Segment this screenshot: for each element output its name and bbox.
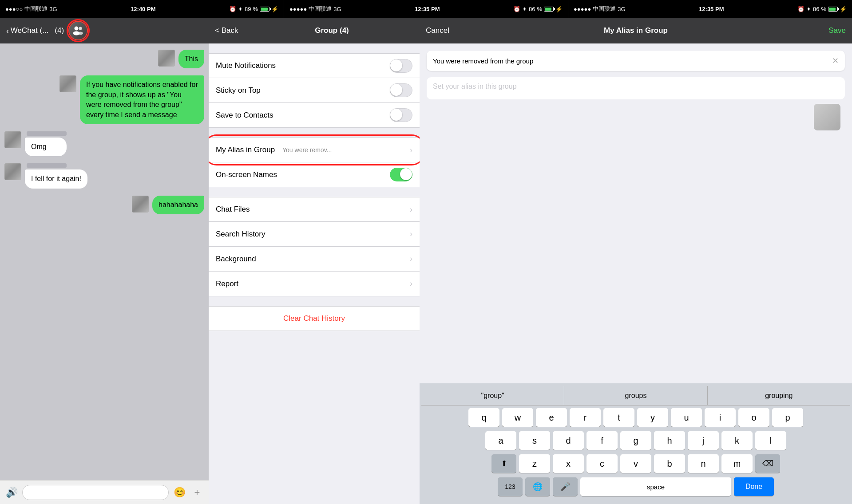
key-p[interactable]: p bbox=[772, 408, 803, 427]
charging-icon-1: ⚡ bbox=[271, 6, 278, 12]
key-z[interactable]: z bbox=[519, 454, 550, 473]
key-row-2: a s d f g h j k l bbox=[423, 431, 848, 450]
key-h[interactable]: h bbox=[654, 431, 685, 450]
key-u[interactable]: u bbox=[671, 408, 702, 427]
battery-icon-2 bbox=[544, 7, 554, 12]
alias-notification: You were removed from the group ✕ bbox=[427, 51, 845, 71]
key-d[interactable]: d bbox=[553, 431, 584, 450]
search-history-label: Search History bbox=[216, 230, 407, 239]
group-icon-button[interactable] bbox=[68, 21, 88, 40]
onscreen-names-toggle[interactable] bbox=[390, 168, 412, 181]
alias-value: You were remov... bbox=[282, 146, 407, 154]
key-l[interactable]: l bbox=[755, 431, 786, 450]
voice-button[interactable]: 🔊 bbox=[4, 485, 19, 500]
microphone-key[interactable]: 🎤 bbox=[553, 477, 578, 496]
key-j[interactable]: j bbox=[688, 431, 719, 450]
group-people-icon bbox=[72, 25, 84, 36]
settings-nav-search-history[interactable]: Search History › bbox=[209, 222, 420, 247]
alias-cancel-button[interactable]: Cancel bbox=[426, 26, 461, 35]
sticky-on-top-toggle[interactable] bbox=[390, 83, 412, 97]
done-key[interactable]: Done bbox=[734, 477, 774, 496]
space-key[interactable]: space bbox=[580, 477, 731, 496]
emoji-button[interactable]: 😊 bbox=[172, 485, 186, 500]
key-g[interactable]: g bbox=[620, 431, 651, 450]
chat-files-label: Chat Files bbox=[216, 205, 407, 214]
settings-row-mute: Mute Notifications bbox=[209, 53, 420, 78]
alias-avatar-area bbox=[427, 99, 845, 376]
message-row-4: I fell for it again! bbox=[4, 163, 204, 188]
chat-header: ‹ WeChat (... (4) bbox=[0, 18, 209, 43]
numbers-key[interactable]: 123 bbox=[498, 477, 523, 496]
key-r[interactable]: r bbox=[570, 408, 601, 427]
msg-avatar-blur-3 bbox=[4, 131, 21, 148]
key-a[interactable]: a bbox=[485, 431, 516, 450]
key-x[interactable]: x bbox=[553, 454, 584, 473]
msg-col-2: If you have notifications enabled for th… bbox=[80, 75, 204, 124]
alias-save-button[interactable]: Save bbox=[810, 26, 846, 35]
status-right-2: ⏰ ✦ 86 % ⚡ bbox=[513, 6, 563, 12]
suggestion-2[interactable]: grouping bbox=[708, 386, 850, 405]
svg-point-3 bbox=[78, 32, 83, 35]
key-n[interactable]: n bbox=[688, 454, 719, 473]
shift-key[interactable]: ⬆ bbox=[491, 454, 516, 473]
key-q[interactable]: q bbox=[468, 408, 499, 427]
key-k[interactable]: k bbox=[721, 431, 753, 450]
mute-notifications-toggle[interactable] bbox=[390, 59, 412, 73]
alias-header: Cancel My Alias in Group Save bbox=[420, 18, 852, 43]
suggestion-1[interactable]: groups bbox=[564, 386, 707, 405]
svg-point-0 bbox=[75, 27, 79, 31]
settings-back-button[interactable]: < Back bbox=[215, 26, 250, 35]
key-w[interactable]: w bbox=[502, 408, 533, 427]
charging-icon-2: ⚡ bbox=[555, 6, 563, 12]
message-bubble-4: I fell for it again! bbox=[25, 169, 87, 188]
settings-section-alias: My Alias in Group You were remov... › On… bbox=[209, 138, 420, 187]
key-i[interactable]: i bbox=[705, 408, 736, 427]
key-o[interactable]: o bbox=[738, 408, 769, 427]
msg-sender-4 bbox=[27, 163, 67, 168]
alarm-icon-3: ⏰ bbox=[797, 6, 804, 12]
alias-notification-close-button[interactable]: ✕ bbox=[832, 56, 839, 66]
settings-nav-background[interactable]: Background › bbox=[209, 247, 420, 272]
backspace-key[interactable]: ⌫ bbox=[755, 454, 780, 473]
clear-history-row[interactable]: Clear Chat History bbox=[209, 306, 420, 331]
status-right-3: ⏰ ✦ 86 % ⚡ bbox=[797, 6, 847, 12]
alarm-icon-2: ⏰ bbox=[513, 6, 520, 12]
globe-key[interactable]: 🌐 bbox=[525, 477, 550, 496]
add-button[interactable]: + bbox=[190, 485, 204, 500]
chat-back-button[interactable]: ‹ WeChat (... bbox=[6, 26, 48, 36]
status-bar-2: ●●●●● 中国联通 3G 12:35 PM ⏰ ✦ 86 % ⚡ bbox=[284, 0, 568, 18]
save-contacts-toggle[interactable] bbox=[390, 108, 412, 122]
message-bubble-5: hahahahaha bbox=[152, 196, 204, 214]
message-row-2: If you have notifications enabled for th… bbox=[4, 75, 204, 124]
time-1: 12:40 PM bbox=[131, 6, 155, 12]
key-t[interactable]: t bbox=[603, 408, 634, 427]
key-m[interactable]: m bbox=[721, 454, 753, 473]
background-label: Background bbox=[216, 255, 407, 264]
alias-chevron-icon: › bbox=[410, 146, 412, 155]
key-f[interactable]: f bbox=[586, 431, 618, 450]
msg-avatar-blur-2 bbox=[59, 75, 76, 92]
key-y[interactable]: y bbox=[637, 408, 668, 427]
panel-chat: ‹ WeChat (... (4) bbox=[0, 18, 209, 504]
suggestion-0[interactable]: "group" bbox=[421, 386, 564, 405]
key-s[interactable]: s bbox=[519, 431, 550, 450]
key-c[interactable]: c bbox=[586, 454, 618, 473]
key-v[interactable]: v bbox=[620, 454, 651, 473]
chat-text-input[interactable] bbox=[22, 485, 169, 500]
alarm-icon-1: ⏰ bbox=[229, 6, 236, 12]
time-3: 12:35 PM bbox=[699, 6, 724, 12]
settings-nav-report[interactable]: Report › bbox=[209, 272, 420, 296]
settings-nav-chat-files[interactable]: Chat Files › bbox=[209, 197, 420, 222]
bluetooth-icon-1: ✦ bbox=[238, 6, 243, 12]
message-bubble-2: If you have notifications enabled for th… bbox=[80, 75, 204, 124]
alias-input-area[interactable]: Set your alias in this group bbox=[427, 77, 845, 99]
key-b[interactable]: b bbox=[654, 454, 685, 473]
status-right-1: ⏰ ✦ 89 % ⚡ bbox=[229, 6, 278, 12]
settings-section-nav: Chat Files › Search History › Background… bbox=[209, 197, 420, 296]
message-row-5: hahahahaha bbox=[4, 196, 204, 214]
keyboard-rows: q w e r t y u i o p a s d f g bbox=[421, 406, 850, 502]
back-chevron-icon: ‹ bbox=[6, 26, 9, 36]
key-e[interactable]: e bbox=[536, 408, 567, 427]
alias-input-placeholder: Set your alias in this group bbox=[433, 83, 517, 90]
alias-row[interactable]: My Alias in Group You were remov... › bbox=[209, 138, 420, 162]
